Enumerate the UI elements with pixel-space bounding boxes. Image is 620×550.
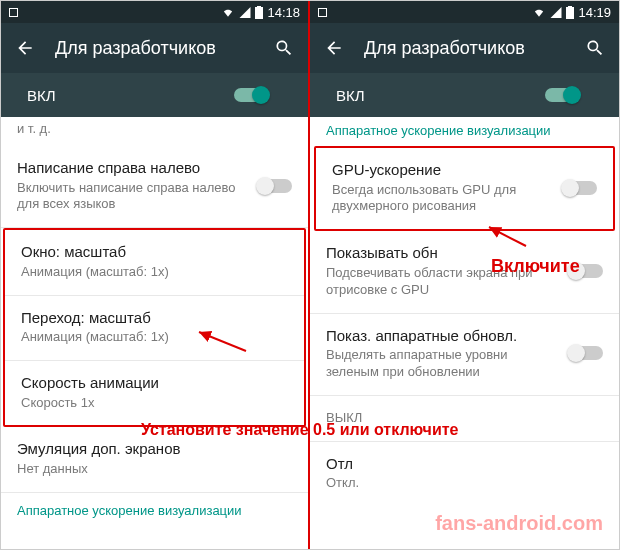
battery-icon <box>566 6 574 19</box>
appbar: Для разработчиков <box>1 23 308 73</box>
secondary-display-sub: Нет данных <box>17 461 292 478</box>
master-toggle-label: ВКЛ <box>27 87 234 104</box>
back-icon[interactable] <box>15 38 35 58</box>
window-scale-row[interactable]: Окно: масштаб Анимация (масштаб: 1x) <box>5 230 304 295</box>
signal-icon <box>239 7 251 18</box>
anim-speed-title: Скорость анимации <box>21 373 288 393</box>
master-toggle-row[interactable]: ВКЛ <box>1 73 308 117</box>
annotation-enable: Включите <box>491 256 580 277</box>
page-title: Для разработчиков <box>364 38 565 59</box>
gpu-accel-sub: Всегда использовать GPU для двухмерного … <box>332 182 553 216</box>
statusbar: 14:19 <box>310 1 619 23</box>
master-toggle-row[interactable]: ВКЛ <box>310 73 619 117</box>
hw-updates-row[interactable]: Показ. аппаратные обновл. Выделять аппар… <box>310 314 619 396</box>
master-toggle-label: ВКЛ <box>336 87 545 104</box>
svg-rect-2 <box>566 7 574 19</box>
gpu-accel-title: GPU-ускорение <box>332 160 553 180</box>
hw-updates-title: Показ. аппаратные обновл. <box>326 326 559 346</box>
transition-scale-title: Переход: масштаб <box>21 308 288 328</box>
hw-accel-section-header: Аппаратное ускорение визуализации <box>1 493 308 524</box>
clock: 14:18 <box>267 5 300 20</box>
app-badge-icon <box>318 8 327 17</box>
master-toggle-switch[interactable] <box>234 88 268 102</box>
window-scale-title: Окно: масштаб <box>21 242 288 262</box>
master-toggle-switch[interactable] <box>545 88 579 102</box>
page-title: Для разработчиков <box>55 38 254 59</box>
app-badge-icon <box>9 8 18 17</box>
anim-speed-row[interactable]: Скорость анимации Скорость 1x <box>5 361 304 425</box>
hw-accel-section-header: Аппаратное ускорение визуализации <box>310 117 619 144</box>
arrow-to-animation-box <box>191 326 251 356</box>
rtl-title: Написание справа налево <box>17 158 248 178</box>
partial-sub-2: Откл. <box>326 475 603 492</box>
wifi-icon <box>532 7 546 18</box>
gpu-accel-row[interactable]: GPU-ускорение Всегда использовать GPU дл… <box>316 148 613 229</box>
secondary-display-title: Эмуляция доп. экранов <box>17 439 292 459</box>
transition-scale-row[interactable]: Переход: масштаб Анимация (масштаб: 1x) <box>5 296 304 361</box>
annotation-set-value: Установите значение 0.5 или отключите <box>141 421 458 439</box>
gpu-accel-switch[interactable] <box>563 181 597 195</box>
animation-scale-highlight: Окно: масштаб Анимация (масштаб: 1x) Пер… <box>3 228 306 427</box>
wifi-icon <box>221 7 235 18</box>
clock: 14:19 <box>578 5 611 20</box>
svg-rect-3 <box>568 6 572 8</box>
phone-left: 14:18 Для разработчиков ВКЛ и т. д. Напи… <box>1 1 310 549</box>
svg-line-4 <box>489 227 526 246</box>
search-icon[interactable] <box>585 38 605 58</box>
search-icon[interactable] <box>274 38 294 58</box>
battery-icon <box>255 6 263 19</box>
anim-speed-sub: Скорость 1x <box>21 395 288 412</box>
svg-rect-1 <box>257 6 261 8</box>
partial-title-2: Отл <box>326 454 603 474</box>
arrow-to-gpu-accel <box>481 221 531 251</box>
hw-updates-sub: Выделять аппаратные уровни зеленым при о… <box>326 347 559 381</box>
truncated-text: и т. д. <box>1 117 308 146</box>
partial-row-2[interactable]: Отл Откл. <box>310 442 619 506</box>
rtl-layout-row[interactable]: Написание справа налево Включить написан… <box>1 146 308 228</box>
statusbar: 14:18 <box>1 1 308 23</box>
svg-line-5 <box>199 332 246 351</box>
gpu-accel-highlight: GPU-ускорение Всегда использовать GPU дл… <box>314 146 615 231</box>
rtl-switch[interactable] <box>258 179 292 193</box>
hw-updates-switch[interactable] <box>569 346 603 360</box>
signal-icon <box>550 7 562 18</box>
svg-rect-0 <box>255 7 263 19</box>
appbar: Для разработчиков <box>310 23 619 73</box>
back-icon[interactable] <box>324 38 344 58</box>
rtl-sub: Включить написание справа налево для все… <box>17 180 248 214</box>
window-scale-sub: Анимация (масштаб: 1x) <box>21 264 288 281</box>
watermark: fans-android.com <box>435 512 603 535</box>
